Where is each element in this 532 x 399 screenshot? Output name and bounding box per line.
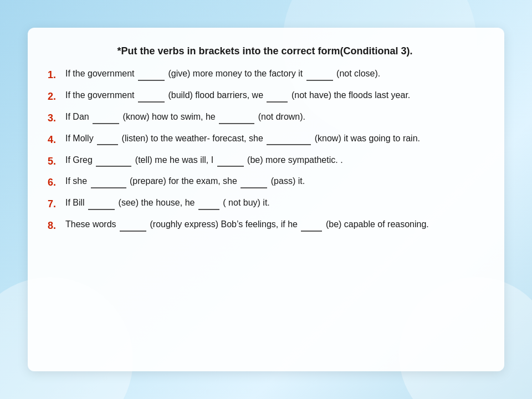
exercise-num-6: 6. [48, 175, 65, 191]
blank [97, 143, 118, 145]
exercise-sentence-2: If the government (build) flood barriers… [65, 89, 482, 103]
exercise-sentence-6: If she (prepare) for the exam, she (pass… [65, 175, 482, 188]
exercise-item-1: 1.If the government (give) more money to… [48, 67, 482, 83]
exercise-list: 1.If the government (give) more money to… [48, 67, 482, 234]
blank [88, 208, 115, 210]
exercise-sentence-3: If Dan (know) how to swim, he (not drown… [65, 110, 482, 124]
blank [241, 186, 267, 188]
blank [91, 186, 126, 188]
main-card: *Put the verbs in brackets into the corr… [28, 28, 504, 371]
blank [306, 79, 333, 81]
exercise-num-5: 5. [48, 154, 65, 170]
exercise-num-8: 8. [48, 218, 65, 234]
blank [198, 208, 219, 210]
exercise-sentence-5: If Greg (tell) me he was ill, I (be) mor… [65, 154, 482, 167]
blank [301, 229, 322, 232]
exercise-num-4: 4. [48, 132, 65, 148]
page-title: *Put the verbs in brackets into the corr… [48, 45, 482, 57]
exercise-item-5: 5.If Greg (tell) me he was ill, I (be) m… [48, 154, 482, 170]
blank [93, 122, 119, 124]
blank [96, 165, 131, 167]
exercise-num-3: 3. [48, 110, 65, 126]
exercise-sentence-4: If Molly (listen) to the weather- foreca… [65, 132, 482, 146]
exercise-item-4: 4.If Molly (listen) to the weather- fore… [48, 132, 482, 148]
exercise-item-2: 2. If the government (build) flood barri… [48, 89, 482, 105]
exercise-sentence-8: These words (roughly express) Bob’s feel… [65, 218, 482, 232]
exercise-num-2: 2. [48, 89, 65, 105]
blank [267, 143, 311, 145]
blank [217, 165, 244, 167]
exercise-item-8: 8. These words (roughly express) Bob’s f… [48, 218, 482, 234]
blank [120, 229, 146, 232]
blank [138, 79, 165, 81]
exercise-sentence-1: If the government (give) more money to t… [65, 67, 482, 81]
exercise-item-6: 6.If she (prepare) for the exam, she (pa… [48, 175, 482, 191]
exercise-item-7: 7.If Bill (see) the house, he ( not buy)… [48, 196, 482, 212]
blank [267, 100, 288, 103]
exercise-item-3: 3.If Dan (know) how to swim, he (not dro… [48, 110, 482, 126]
exercise-num-7: 7. [48, 196, 65, 212]
exercise-sentence-7: If Bill (see) the house, he ( not buy) i… [65, 196, 482, 210]
blank [219, 122, 254, 124]
exercise-num-1: 1. [48, 67, 65, 83]
blank [138, 100, 165, 103]
